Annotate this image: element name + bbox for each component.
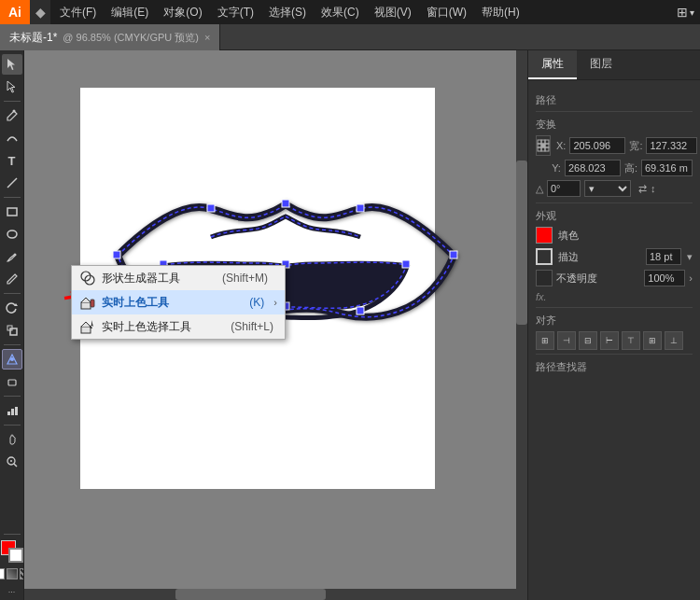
tool-separator-bottom <box>4 534 21 535</box>
live-paint-select-label: 实时上色选择工具 <box>102 319 225 335</box>
svg-rect-34 <box>541 140 545 144</box>
svg-rect-35 <box>545 140 549 144</box>
svg-rect-32 <box>81 327 91 333</box>
align-center-h-btn[interactable]: ⊟ <box>579 331 597 350</box>
tab-close-button[interactable]: × <box>204 24 210 50</box>
fx-label: fx. <box>536 291 547 302</box>
opacity-input[interactable] <box>644 270 685 286</box>
angle-symbol: △ <box>536 183 543 195</box>
zoom-tool[interactable] <box>2 452 22 472</box>
shaper-tool[interactable] <box>2 349 22 370</box>
pencil-tool[interactable] <box>2 269 22 289</box>
context-menu-item-live-paint-select[interactable]: 实时上色选择工具 (Shift+L) <box>72 314 285 339</box>
tab-title: 未标题-1* <box>9 24 57 50</box>
svg-point-29 <box>85 275 94 285</box>
svg-rect-12 <box>15 407 18 415</box>
transform-reference-icon[interactable] <box>536 135 551 156</box>
svg-rect-25 <box>357 204 364 212</box>
align-bottom-btn[interactable]: ⊥ <box>665 331 683 350</box>
curvature-tool[interactable] <box>2 128 22 148</box>
column-graph-tool[interactable] <box>2 400 22 421</box>
shape-builder-label: 形状生成器工具 <box>102 271 217 286</box>
grid-icon[interactable]: ⊞ <box>677 5 688 20</box>
align-grid-btn[interactable]: ⊞ <box>536 331 554 350</box>
stroke-color-box[interactable] <box>536 248 553 265</box>
align-center-v-btn[interactable]: ⊞ <box>643 331 662 350</box>
gradient-mode[interactable] <box>7 568 18 579</box>
svg-rect-21 <box>402 260 410 268</box>
app-icon: ◆ <box>30 0 50 24</box>
color-swatches[interactable] <box>1 540 23 563</box>
canvas-area[interactable]: 形状生成器工具 (Shift+M) 实时上色工具 (K) › <box>24 50 527 600</box>
tab-properties[interactable]: 属性 <box>528 50 577 79</box>
stroke-dropdown[interactable]: ▾ <box>687 251 693 263</box>
horizontal-scrollbar[interactable] <box>24 589 527 600</box>
opacity-arrow[interactable]: › <box>689 272 693 284</box>
context-menu-item-shape-builder[interactable]: 形状生成器工具 (Shift+M) <box>72 266 285 290</box>
paintbrush-tool[interactable] <box>2 246 22 267</box>
stroke-row: 描边 ▾ <box>536 248 693 265</box>
menu-text[interactable]: 文字(T) <box>210 0 261 24</box>
svg-rect-30 <box>81 302 91 309</box>
fx-row: fx. <box>536 290 693 303</box>
scale-tool[interactable] <box>2 320 22 341</box>
normal-mode[interactable] <box>0 568 5 579</box>
width-input[interactable] <box>646 137 697 154</box>
path-section-title: 路径 <box>536 93 693 107</box>
x-input[interactable] <box>569 137 625 154</box>
align-left-btn[interactable]: ⊣ <box>557 331 576 350</box>
eraser-tool[interactable] <box>2 371 22 392</box>
menu-bar: 文件(F) 编辑(E) 对象(O) 文字(T) 选择(S) 效果(C) 视图(V… <box>52 0 700 24</box>
menu-edit[interactable]: 编辑(E) <box>104 0 156 24</box>
menu-window[interactable]: 窗口(W) <box>419 0 474 24</box>
svg-rect-38 <box>545 144 549 147</box>
svg-line-1 <box>7 178 17 188</box>
svg-rect-19 <box>450 251 457 258</box>
align-top-btn[interactable]: ⊤ <box>622 331 640 350</box>
fill-color-box[interactable] <box>536 227 553 244</box>
ellipse-tool[interactable] <box>2 224 22 244</box>
svg-rect-10 <box>7 412 10 415</box>
opacity-row: 不透明度 › <box>536 270 693 286</box>
stroke-size-input[interactable] <box>646 248 681 265</box>
hand-tool[interactable] <box>2 429 22 450</box>
menu-select[interactable]: 选择(S) <box>261 0 314 24</box>
y-input[interactable] <box>565 160 621 176</box>
pen-tool[interactable] <box>2 105 22 126</box>
svg-rect-39 <box>538 147 541 151</box>
angle-input[interactable] <box>547 180 581 197</box>
dropdown-icon[interactable]: ▾ <box>690 7 694 18</box>
live-paint-label: 实时上色工具 <box>102 295 244 311</box>
context-menu-item-live-paint[interactable]: 实时上色工具 (K) › <box>72 290 285 314</box>
flip-v-icon: ↕ <box>651 183 656 194</box>
height-input[interactable] <box>641 160 693 176</box>
menu-help[interactable]: 帮助(H) <box>474 0 527 24</box>
angle-dropdown[interactable]: ▾ <box>584 180 631 197</box>
direct-selection-tool[interactable] <box>2 77 22 97</box>
tab-info: @ 96.85% (CMYK/GPU 预览) <box>63 24 199 50</box>
opacity-checkbox[interactable] <box>536 270 553 286</box>
vertical-scrollbar[interactable] <box>516 50 527 600</box>
mode-buttons <box>0 568 24 579</box>
type-tool[interactable]: T <box>2 150 22 171</box>
svg-rect-37 <box>541 144 545 147</box>
menu-effect[interactable]: 效果(C) <box>314 0 367 24</box>
rectangle-tool[interactable] <box>2 202 22 222</box>
line-tool[interactable] <box>2 173 22 193</box>
menu-view[interactable]: 视图(V) <box>367 0 419 24</box>
align-right-btn[interactable]: ⊢ <box>600 331 619 350</box>
selection-tool[interactable] <box>2 54 22 75</box>
tool-separator-2 <box>4 197 21 198</box>
svg-point-0 <box>12 110 15 113</box>
tool-separator-1 <box>4 101 21 102</box>
context-menu: 形状生成器工具 (Shift+M) 实时上色工具 (K) › <box>71 265 286 340</box>
more-tools[interactable]: ... <box>8 585 16 594</box>
svg-rect-33 <box>538 140 541 144</box>
menu-file[interactable]: 文件(F) <box>52 0 104 24</box>
stroke-swatch[interactable] <box>8 548 23 563</box>
transform-row-2: Y: 高: <box>536 160 693 176</box>
document-tab[interactable]: 未标题-1* @ 96.85% (CMYK/GPU 预览) × <box>0 24 220 50</box>
menu-object[interactable]: 对象(O) <box>156 0 209 24</box>
rotate-tool[interactable] <box>2 298 22 318</box>
tab-layers[interactable]: 图层 <box>577 50 625 79</box>
